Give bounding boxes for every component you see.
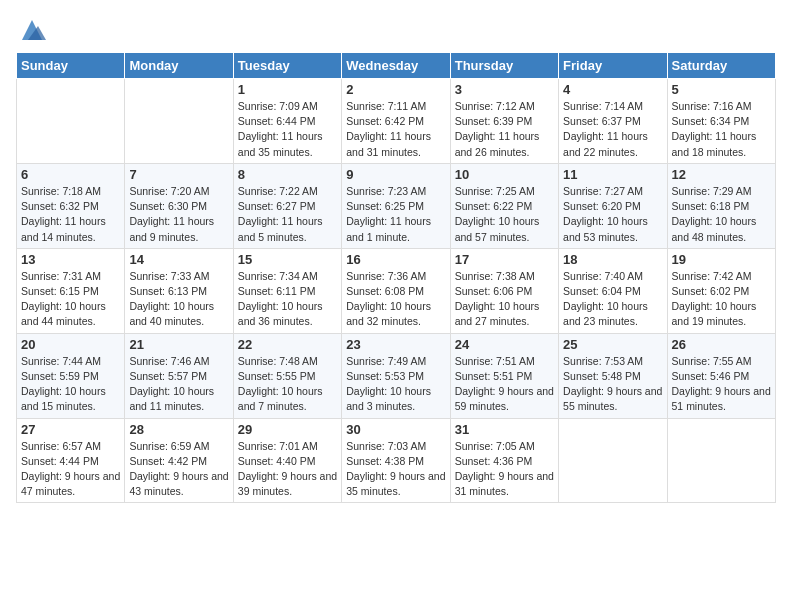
calendar-cell: 29Sunrise: 7:01 AM Sunset: 4:40 PM Dayli… [233, 418, 341, 503]
day-number: 7 [129, 167, 228, 182]
calendar-table: SundayMondayTuesdayWednesdayThursdayFrid… [16, 52, 776, 503]
day-info: Sunrise: 6:59 AM Sunset: 4:42 PM Dayligh… [129, 439, 228, 500]
calendar-cell: 23Sunrise: 7:49 AM Sunset: 5:53 PM Dayli… [342, 333, 450, 418]
day-info: Sunrise: 7:22 AM Sunset: 6:27 PM Dayligh… [238, 184, 337, 245]
day-number: 4 [563, 82, 662, 97]
day-number: 31 [455, 422, 554, 437]
day-info: Sunrise: 7:25 AM Sunset: 6:22 PM Dayligh… [455, 184, 554, 245]
day-header-monday: Monday [125, 53, 233, 79]
calendar-cell: 10Sunrise: 7:25 AM Sunset: 6:22 PM Dayli… [450, 163, 558, 248]
calendar-week-4: 20Sunrise: 7:44 AM Sunset: 5:59 PM Dayli… [17, 333, 776, 418]
day-number: 28 [129, 422, 228, 437]
calendar-cell: 1Sunrise: 7:09 AM Sunset: 6:44 PM Daylig… [233, 79, 341, 164]
day-number: 2 [346, 82, 445, 97]
day-info: Sunrise: 7:20 AM Sunset: 6:30 PM Dayligh… [129, 184, 228, 245]
calendar-cell: 7Sunrise: 7:20 AM Sunset: 6:30 PM Daylig… [125, 163, 233, 248]
logo-icon [18, 16, 46, 44]
day-number: 22 [238, 337, 337, 352]
day-number: 17 [455, 252, 554, 267]
calendar-cell [559, 418, 667, 503]
calendar-cell: 31Sunrise: 7:05 AM Sunset: 4:36 PM Dayli… [450, 418, 558, 503]
calendar-header-row: SundayMondayTuesdayWednesdayThursdayFrid… [17, 53, 776, 79]
day-info: Sunrise: 7:12 AM Sunset: 6:39 PM Dayligh… [455, 99, 554, 160]
day-number: 11 [563, 167, 662, 182]
day-header-thursday: Thursday [450, 53, 558, 79]
day-header-sunday: Sunday [17, 53, 125, 79]
day-number: 21 [129, 337, 228, 352]
calendar-cell: 18Sunrise: 7:40 AM Sunset: 6:04 PM Dayli… [559, 248, 667, 333]
calendar-cell: 6Sunrise: 7:18 AM Sunset: 6:32 PM Daylig… [17, 163, 125, 248]
day-number: 18 [563, 252, 662, 267]
calendar-cell: 19Sunrise: 7:42 AM Sunset: 6:02 PM Dayli… [667, 248, 775, 333]
day-info: Sunrise: 7:48 AM Sunset: 5:55 PM Dayligh… [238, 354, 337, 415]
page-header [16, 16, 776, 44]
day-number: 29 [238, 422, 337, 437]
calendar-cell: 13Sunrise: 7:31 AM Sunset: 6:15 PM Dayli… [17, 248, 125, 333]
day-number: 30 [346, 422, 445, 437]
calendar-cell: 28Sunrise: 6:59 AM Sunset: 4:42 PM Dayli… [125, 418, 233, 503]
calendar-cell: 5Sunrise: 7:16 AM Sunset: 6:34 PM Daylig… [667, 79, 775, 164]
day-info: Sunrise: 7:40 AM Sunset: 6:04 PM Dayligh… [563, 269, 662, 330]
day-number: 5 [672, 82, 771, 97]
day-number: 3 [455, 82, 554, 97]
calendar-cell: 21Sunrise: 7:46 AM Sunset: 5:57 PM Dayli… [125, 333, 233, 418]
calendar-cell: 25Sunrise: 7:53 AM Sunset: 5:48 PM Dayli… [559, 333, 667, 418]
day-info: Sunrise: 7:33 AM Sunset: 6:13 PM Dayligh… [129, 269, 228, 330]
calendar-week-2: 6Sunrise: 7:18 AM Sunset: 6:32 PM Daylig… [17, 163, 776, 248]
calendar-cell: 30Sunrise: 7:03 AM Sunset: 4:38 PM Dayli… [342, 418, 450, 503]
day-info: Sunrise: 7:01 AM Sunset: 4:40 PM Dayligh… [238, 439, 337, 500]
day-info: Sunrise: 7:11 AM Sunset: 6:42 PM Dayligh… [346, 99, 445, 160]
day-info: Sunrise: 7:55 AM Sunset: 5:46 PM Dayligh… [672, 354, 771, 415]
day-header-wednesday: Wednesday [342, 53, 450, 79]
day-info: Sunrise: 7:14 AM Sunset: 6:37 PM Dayligh… [563, 99, 662, 160]
logo [16, 16, 46, 44]
day-info: Sunrise: 7:42 AM Sunset: 6:02 PM Dayligh… [672, 269, 771, 330]
calendar-cell: 24Sunrise: 7:51 AM Sunset: 5:51 PM Dayli… [450, 333, 558, 418]
calendar-cell: 9Sunrise: 7:23 AM Sunset: 6:25 PM Daylig… [342, 163, 450, 248]
calendar-week-3: 13Sunrise: 7:31 AM Sunset: 6:15 PM Dayli… [17, 248, 776, 333]
calendar-cell: 14Sunrise: 7:33 AM Sunset: 6:13 PM Dayli… [125, 248, 233, 333]
calendar-cell: 16Sunrise: 7:36 AM Sunset: 6:08 PM Dayli… [342, 248, 450, 333]
day-number: 13 [21, 252, 120, 267]
day-number: 15 [238, 252, 337, 267]
day-number: 24 [455, 337, 554, 352]
day-number: 20 [21, 337, 120, 352]
day-info: Sunrise: 7:36 AM Sunset: 6:08 PM Dayligh… [346, 269, 445, 330]
calendar-cell: 17Sunrise: 7:38 AM Sunset: 6:06 PM Dayli… [450, 248, 558, 333]
calendar-cell: 8Sunrise: 7:22 AM Sunset: 6:27 PM Daylig… [233, 163, 341, 248]
calendar-week-5: 27Sunrise: 6:57 AM Sunset: 4:44 PM Dayli… [17, 418, 776, 503]
day-number: 14 [129, 252, 228, 267]
day-info: Sunrise: 7:31 AM Sunset: 6:15 PM Dayligh… [21, 269, 120, 330]
day-number: 23 [346, 337, 445, 352]
day-header-tuesday: Tuesday [233, 53, 341, 79]
day-info: Sunrise: 7:05 AM Sunset: 4:36 PM Dayligh… [455, 439, 554, 500]
calendar-cell [125, 79, 233, 164]
day-info: Sunrise: 7:38 AM Sunset: 6:06 PM Dayligh… [455, 269, 554, 330]
day-info: Sunrise: 7:09 AM Sunset: 6:44 PM Dayligh… [238, 99, 337, 160]
day-number: 10 [455, 167, 554, 182]
calendar-cell [667, 418, 775, 503]
day-info: Sunrise: 7:16 AM Sunset: 6:34 PM Dayligh… [672, 99, 771, 160]
day-number: 1 [238, 82, 337, 97]
day-info: Sunrise: 7:34 AM Sunset: 6:11 PM Dayligh… [238, 269, 337, 330]
day-number: 26 [672, 337, 771, 352]
day-info: Sunrise: 7:44 AM Sunset: 5:59 PM Dayligh… [21, 354, 120, 415]
day-info: Sunrise: 7:27 AM Sunset: 6:20 PM Dayligh… [563, 184, 662, 245]
day-number: 16 [346, 252, 445, 267]
day-number: 12 [672, 167, 771, 182]
day-info: Sunrise: 7:18 AM Sunset: 6:32 PM Dayligh… [21, 184, 120, 245]
day-info: Sunrise: 7:03 AM Sunset: 4:38 PM Dayligh… [346, 439, 445, 500]
day-number: 19 [672, 252, 771, 267]
calendar-cell: 3Sunrise: 7:12 AM Sunset: 6:39 PM Daylig… [450, 79, 558, 164]
calendar-cell: 12Sunrise: 7:29 AM Sunset: 6:18 PM Dayli… [667, 163, 775, 248]
day-info: Sunrise: 7:46 AM Sunset: 5:57 PM Dayligh… [129, 354, 228, 415]
day-info: Sunrise: 7:29 AM Sunset: 6:18 PM Dayligh… [672, 184, 771, 245]
day-number: 6 [21, 167, 120, 182]
calendar-cell: 15Sunrise: 7:34 AM Sunset: 6:11 PM Dayli… [233, 248, 341, 333]
day-info: Sunrise: 6:57 AM Sunset: 4:44 PM Dayligh… [21, 439, 120, 500]
day-info: Sunrise: 7:23 AM Sunset: 6:25 PM Dayligh… [346, 184, 445, 245]
calendar-cell: 22Sunrise: 7:48 AM Sunset: 5:55 PM Dayli… [233, 333, 341, 418]
day-number: 9 [346, 167, 445, 182]
day-number: 25 [563, 337, 662, 352]
day-info: Sunrise: 7:51 AM Sunset: 5:51 PM Dayligh… [455, 354, 554, 415]
